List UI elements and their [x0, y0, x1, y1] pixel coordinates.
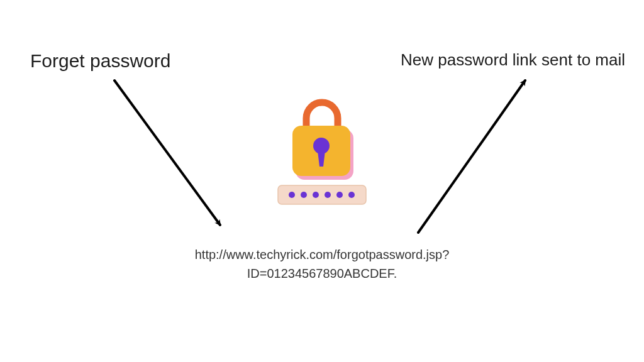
diagram-canvas: Forget password New password link sent t…: [0, 0, 644, 362]
svg-point-10: [336, 192, 343, 198]
svg-point-11: [348, 192, 355, 198]
svg-line-1: [418, 80, 525, 233]
reset-url-text: http://www.techyrick.com/forgotpassword.…: [195, 245, 450, 283]
svg-point-6: [289, 192, 295, 198]
svg-point-7: [301, 192, 307, 198]
lock-password-icon: [272, 88, 372, 210]
reset-url-line1: http://www.techyrick.com/forgotpassword.…: [195, 245, 450, 264]
svg-point-8: [313, 192, 319, 198]
svg-point-9: [325, 192, 331, 198]
reset-url-line2: ID=01234567890ABCDEF.: [195, 264, 450, 283]
